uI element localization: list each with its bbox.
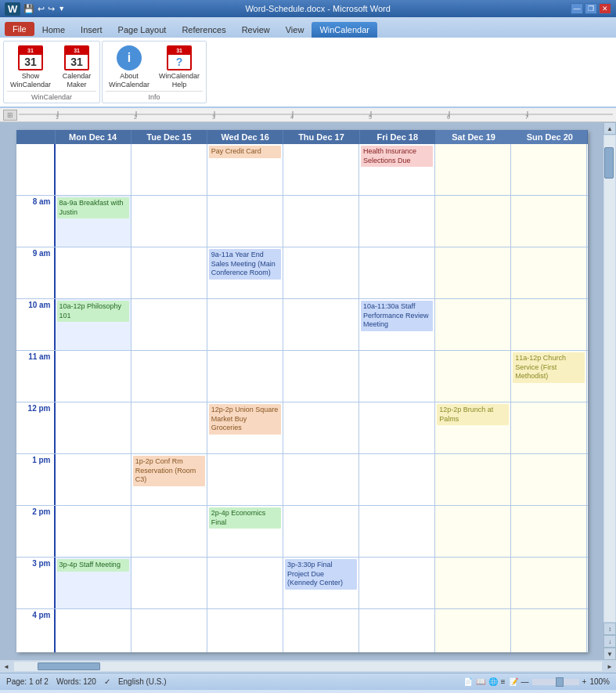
view-draft-icon[interactable]: 📝 [509, 677, 518, 686]
cell-wed-9am[interactable]: 9a-11a Year End Sales Meeting (Main Conf… [207, 247, 283, 298]
cell-wed-4pm[interactable] [207, 609, 283, 652]
cell-mon-4pm[interactable] [56, 609, 131, 652]
cell-sat-11am[interactable] [435, 351, 511, 402]
spell-check-icon[interactable]: ✓ [104, 677, 110, 686]
view-full-read-icon[interactable]: 📖 [476, 677, 485, 686]
cell-thu-3pm[interactable]: 3p-3:30p Final Project Due (Kennedy Cent… [283, 558, 359, 608]
cell-sat-10am[interactable] [435, 299, 511, 350]
cell-wed-1pm[interactable] [207, 454, 283, 505]
cell-sun-12pm[interactable] [511, 402, 587, 453]
cell-mon-allday[interactable] [56, 144, 131, 195]
quick-save[interactable]: 💾 [23, 4, 34, 14]
cell-fri-4pm[interactable] [359, 609, 435, 652]
tab-file[interactable]: File [5, 22, 34, 36]
cell-thu-8am[interactable] [283, 196, 359, 247]
cell-fri-11am[interactable] [359, 351, 435, 402]
cell-mon-10am[interactable]: 10a-12p Philosophy 101 [56, 299, 131, 350]
cell-tue-2pm[interactable] [131, 506, 207, 557]
language-indicator[interactable]: English (U.S.) [118, 677, 167, 686]
cell-mon-1pm[interactable] [56, 454, 131, 505]
cell-mon-11am[interactable] [56, 351, 131, 402]
restore-button[interactable]: ❐ [585, 3, 597, 14]
cell-tue-12pm[interactable] [131, 402, 207, 453]
quick-dropdown[interactable]: ▼ [58, 5, 65, 13]
hscroll-left-button[interactable]: ◄ [0, 660, 13, 673]
about-wincalendar-button[interactable]: i AboutWinCalendar [106, 44, 153, 91]
cell-mon-8am[interactable]: 8a-9a Breakfast with Justin [56, 196, 131, 247]
event-church-service[interactable]: 11a-12p Church Service (First Methodist) [513, 352, 585, 383]
cell-fri-12pm[interactable] [359, 402, 435, 453]
event-conf-rm-reservation[interactable]: 1p-2p Conf Rm Reservation (Room C3) [133, 456, 205, 486]
event-union-square[interactable]: 12p-2p Union Square Market Buy Groceries [209, 404, 281, 435]
cell-fri-1pm[interactable] [359, 454, 435, 505]
cell-sun-9am[interactable] [511, 247, 587, 298]
wincalendar-help-button[interactable]: 31 ? WinCalendarHelp [156, 44, 203, 91]
cell-sun-10am[interactable] [511, 299, 587, 350]
cell-sat-allday[interactable] [435, 144, 511, 195]
event-philosophy[interactable]: 10a-12p Philosophy 101 [57, 301, 129, 322]
event-staff-performance[interactable]: 10a-11:30a Staff Performance Review Meet… [361, 301, 433, 331]
cell-tue-9am[interactable] [131, 247, 207, 298]
cell-fri-2pm[interactable] [359, 506, 435, 557]
event-economics-final[interactable]: 2p-4p Economics Final [209, 507, 281, 529]
tab-pagelayout[interactable]: Page Layout [110, 22, 175, 38]
cell-sat-1pm[interactable] [435, 454, 511, 505]
cell-wed-8am[interactable] [207, 196, 283, 247]
cell-sun-3pm[interactable] [511, 558, 587, 608]
cell-tue-1pm[interactable]: 1p-2p Conf Rm Reservation (Room C3) [131, 454, 207, 505]
tab-insert[interactable]: Insert [73, 22, 110, 38]
cell-sun-2pm[interactable] [511, 506, 587, 557]
cell-thu-12pm[interactable] [283, 402, 359, 453]
cell-tue-10am[interactable] [131, 299, 207, 350]
cell-sun-8am[interactable] [511, 196, 587, 247]
cell-mon-2pm[interactable] [56, 506, 131, 557]
cell-sun-11am[interactable]: 11a-12p Church Service (First Methodist) [511, 351, 587, 402]
scroll-track[interactable] [604, 135, 615, 622]
ruler-corner[interactable]: ⊞ [3, 110, 17, 121]
scroll-thumb[interactable] [604, 147, 614, 179]
cell-fri-3pm[interactable] [359, 558, 435, 608]
hscroll-track[interactable] [14, 662, 602, 671]
cell-sun-allday[interactable] [511, 144, 587, 195]
hscroll-right-button[interactable]: ► [603, 660, 616, 673]
zoom-slider[interactable] [532, 679, 579, 685]
cell-fri-8am[interactable] [359, 196, 435, 247]
event-pay-credit-card[interactable]: Pay Credit Card [209, 146, 281, 158]
cell-wed-12pm[interactable]: 12p-2p Union Square Market Buy Groceries [207, 402, 283, 453]
cell-sat-9am[interactable] [435, 247, 511, 298]
cell-mon-3pm[interactable]: 3p-4p Staff Meeting [56, 558, 131, 608]
tab-wincalendar[interactable]: WinCalendar [312, 22, 377, 38]
cell-wed-11am[interactable] [207, 351, 283, 402]
event-staff-meeting[interactable]: 3p-4p Staff Meeting [57, 559, 129, 572]
show-wincalendar-button[interactable]: 31 31 ShowWinCalendar [7, 44, 54, 91]
close-button[interactable]: ✕ [599, 3, 611, 14]
cell-wed-allday[interactable]: Pay Credit Card [207, 144, 283, 195]
cell-sat-3pm[interactable] [435, 558, 511, 608]
event-year-end-sales[interactable]: 9a-11a Year End Sales Meeting (Main Conf… [209, 249, 281, 280]
event-brunch-palms[interactable]: 12p-2p Brunch at Palms [437, 404, 509, 425]
view-outline-icon[interactable]: ≡ [501, 677, 506, 686]
event-final-project[interactable]: 3p-3:30p Final Project Due (Kennedy Cent… [285, 559, 357, 590]
tab-references[interactable]: References [174, 22, 233, 38]
cell-sat-12pm[interactable]: 12p-2p Brunch at Palms [435, 402, 511, 453]
event-breakfast-justin[interactable]: 8a-9a Breakfast with Justin [57, 197, 129, 218]
tab-home[interactable]: Home [34, 22, 73, 38]
cell-sat-4pm[interactable] [435, 609, 511, 652]
cell-tue-11am[interactable] [131, 351, 207, 402]
cell-fri-9am[interactable] [359, 247, 435, 298]
zoom-out-button[interactable]: — [521, 677, 529, 686]
cell-mon-12pm[interactable] [56, 402, 131, 453]
cell-thu-11am[interactable] [283, 351, 359, 402]
cell-sat-2pm[interactable] [435, 506, 511, 557]
cell-thu-9am[interactable] [283, 247, 359, 298]
cell-sun-1pm[interactable] [511, 454, 587, 505]
minimize-button[interactable]: — [571, 3, 583, 14]
cell-sun-4pm[interactable] [511, 609, 587, 652]
cell-thu-1pm[interactable] [283, 454, 359, 505]
cell-tue-8am[interactable] [131, 196, 207, 247]
scroll-down-button[interactable]: ↕ [603, 623, 616, 635]
event-health-insurance[interactable]: Health Insurance Selections Due [361, 146, 433, 167]
cell-tue-4pm[interactable] [131, 609, 207, 652]
tab-view[interactable]: View [278, 22, 312, 38]
cell-thu-10am[interactable] [283, 299, 359, 350]
